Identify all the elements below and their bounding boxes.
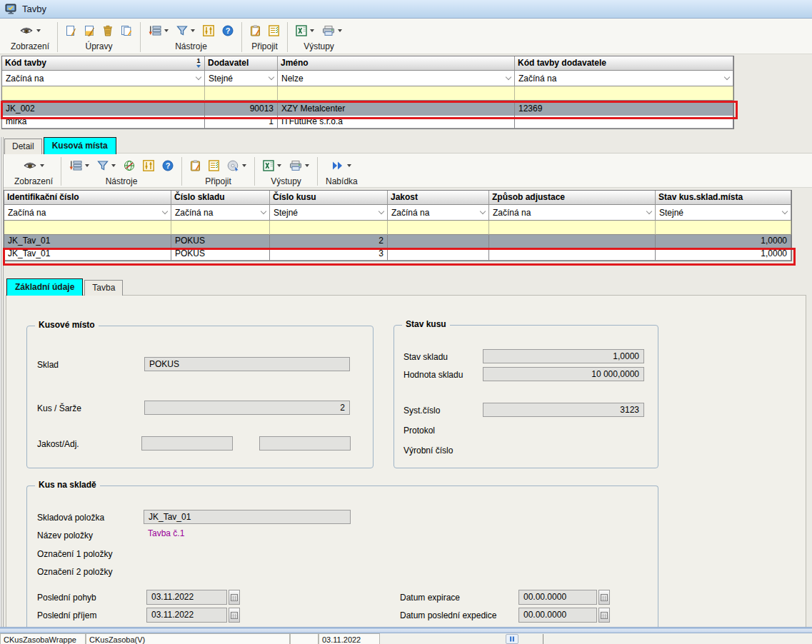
nazev-polozky-link[interactable]: Tavba č.1 bbox=[148, 528, 184, 538]
filter-operator-dropdown[interactable]: Začíná na bbox=[489, 205, 656, 221]
attach-note-button[interactable] bbox=[190, 160, 201, 171]
column-header-cislo-kusu[interactable]: Číslo kusu bbox=[270, 191, 388, 205]
funnel-icon bbox=[97, 160, 109, 171]
new-record-icon bbox=[66, 25, 76, 36]
chevron-down-icon bbox=[646, 208, 652, 214]
attach-tasks-button[interactable] bbox=[269, 25, 279, 36]
sort-indicator[interactable]: 1 bbox=[196, 58, 201, 68]
filter-value-input[interactable] bbox=[656, 221, 791, 235]
attach-note-button[interactable] bbox=[250, 25, 261, 36]
clipboard-pencil-icon bbox=[190, 160, 201, 171]
column-header-jmeno[interactable]: Jméno bbox=[278, 56, 515, 71]
calendar-button[interactable] bbox=[598, 590, 610, 605]
view-menu-button[interactable] bbox=[23, 161, 44, 171]
filter-value-input[interactable] bbox=[489, 221, 656, 235]
status-cell bbox=[290, 633, 319, 644]
field-label: Syst.číslo bbox=[404, 406, 440, 416]
calendar-button[interactable] bbox=[229, 590, 240, 605]
toolbar-group-outputs: Výstupy bbox=[289, 21, 349, 53]
toolbar-group-view: Zobrazení bbox=[8, 156, 59, 186]
column-header-cislo-skladu[interactable]: Číslo skladu bbox=[171, 191, 270, 205]
filter-value-input[interactable] bbox=[270, 221, 388, 235]
column-header-zpusob-adjustace[interactable]: Způsob adjustace bbox=[489, 191, 656, 205]
column-header-dodavatel[interactable]: Dodavatel bbox=[205, 56, 278, 71]
columns-icon bbox=[69, 160, 82, 171]
column-header-identifikacni-cislo[interactable]: Identifikační číslo bbox=[4, 191, 171, 205]
filter-button[interactable] bbox=[176, 25, 195, 36]
excel-export-button[interactable] bbox=[263, 160, 281, 171]
menu-button[interactable] bbox=[331, 161, 351, 171]
filter-value-input[interactable] bbox=[515, 86, 733, 101]
attach-tasks-button[interactable] bbox=[209, 160, 219, 171]
parameters-button[interactable] bbox=[143, 160, 154, 171]
field-label: Protokol bbox=[404, 426, 435, 436]
filter-operator-dropdown[interactable]: Stejné bbox=[270, 205, 388, 221]
toolbar-separator bbox=[61, 157, 61, 186]
chevron-down-icon bbox=[269, 74, 274, 80]
column-header-stav-kus-sklad-mista[interactable]: Stav kus.sklad.místa bbox=[656, 191, 791, 205]
calendar-button[interactable] bbox=[598, 608, 610, 623]
status-button[interactable] bbox=[506, 634, 518, 644]
column-header-kod-tavby[interactable]: Kód tavby 1 bbox=[2, 56, 205, 71]
filter-operator-dropdown[interactable]: Stejné bbox=[205, 71, 278, 86]
filter-value-input[interactable] bbox=[171, 221, 270, 235]
filter-value-input[interactable] bbox=[278, 86, 515, 101]
column-header-jakost[interactable]: Jakost bbox=[388, 191, 489, 205]
web-button[interactable] bbox=[124, 160, 135, 171]
print-button[interactable] bbox=[289, 160, 309, 171]
copy-record-button[interactable] bbox=[121, 25, 132, 36]
chevron-down-icon bbox=[724, 74, 730, 80]
filter-operator-dropdown[interactable]: Začíná na bbox=[515, 71, 733, 86]
parameters-button[interactable] bbox=[203, 25, 214, 36]
help-button[interactable]: ? bbox=[222, 25, 234, 36]
horizontal-splitter[interactable] bbox=[0, 627, 812, 633]
excel-export-button[interactable] bbox=[296, 25, 314, 36]
arrange-columns-button[interactable] bbox=[69, 160, 89, 171]
tab-detail[interactable]: Detail bbox=[4, 139, 42, 154]
help-button[interactable]: ? bbox=[162, 160, 174, 171]
dropdown-arrow-icon bbox=[305, 164, 309, 167]
tab-tavba[interactable]: Tavba bbox=[84, 280, 123, 296]
filter-operator-dropdown[interactable]: Začíná na bbox=[171, 205, 270, 221]
edit-record-button[interactable] bbox=[84, 25, 95, 36]
svg-text:?: ? bbox=[226, 26, 231, 35]
filter-operator-dropdown[interactable]: Stejné bbox=[656, 205, 791, 221]
filter-value-input[interactable] bbox=[4, 221, 171, 235]
toolbar-separator bbox=[287, 22, 288, 52]
window-title: Tavby bbox=[22, 4, 46, 14]
new-record-button[interactable] bbox=[66, 25, 76, 36]
filter-operator-dropdown[interactable]: Začíná na bbox=[388, 205, 489, 221]
checklist-icon bbox=[269, 25, 279, 36]
toolbar-group-tools: ? Nástroje bbox=[63, 156, 180, 186]
tab-kusova-mista[interactable]: Kusová místa bbox=[44, 137, 116, 154]
column-header-kod-tavby-dodavatele[interactable]: Kód tavby dodavatele bbox=[515, 56, 733, 71]
tab-zakladni-udaje[interactable]: Základní údaje bbox=[6, 278, 83, 296]
calendar-button[interactable] bbox=[229, 608, 240, 623]
delete-record-button[interactable] bbox=[103, 25, 113, 36]
filter-operator-dropdown[interactable]: Nelze bbox=[278, 71, 515, 86]
table-row[interactable]: JK_Tav_01 POKUS 3 1,0000 bbox=[4, 248, 791, 261]
view-menu-button[interactable] bbox=[19, 26, 41, 36]
filter-operator-dropdown[interactable]: Začíná na bbox=[4, 205, 171, 221]
filter-value-input[interactable] bbox=[2, 86, 205, 101]
dropdown-arrow-icon bbox=[242, 164, 246, 167]
filter-button[interactable] bbox=[97, 160, 116, 171]
print-button[interactable] bbox=[322, 25, 342, 36]
filter-value-input[interactable] bbox=[388, 221, 489, 235]
dropdown-arrow-icon bbox=[40, 164, 44, 167]
table-row[interactable]: JK_002 90013 XZY Metalcenter 12369 bbox=[2, 103, 733, 116]
toolbar-group-tools: ? Nástroje bbox=[142, 21, 240, 53]
chevron-down-icon bbox=[261, 208, 266, 214]
toolbar-group-label: Úpravy bbox=[86, 39, 113, 51]
toolbar-separator bbox=[140, 22, 141, 52]
filter-operator-dropdown[interactable]: Začíná na bbox=[2, 71, 205, 86]
settings-sliders-icon bbox=[143, 160, 154, 171]
dropdown-arrow-icon bbox=[338, 29, 342, 32]
table-row[interactable]: mirka 1 ITFutuRe s.r.o.a bbox=[2, 116, 733, 129]
window-monitor-icon bbox=[5, 4, 17, 15]
table-row[interactable]: JK_Tav_01 POKUS 2 1,0000 bbox=[4, 235, 791, 248]
hodnota-skladu-field: 10 000,0000 bbox=[483, 367, 644, 381]
filter-value-input[interactable] bbox=[205, 86, 278, 101]
arrange-columns-button[interactable] bbox=[149, 25, 169, 36]
media-button[interactable] bbox=[227, 160, 246, 171]
